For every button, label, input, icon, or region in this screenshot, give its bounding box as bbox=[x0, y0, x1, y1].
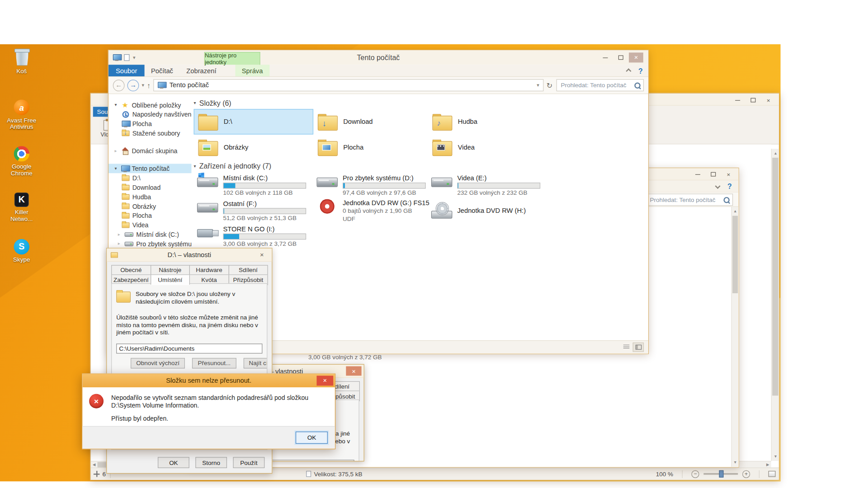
drive-tile-i[interactable]: STORE N GO (I:) 3,00 GB volných z 3,72 G… bbox=[194, 223, 313, 248]
dialog-titlebar[interactable]: Složku sem nelze přesunout. × bbox=[82, 374, 335, 387]
ribbon-expand-icon[interactable] bbox=[715, 183, 721, 189]
scroll-down-icon[interactable]: ▼ bbox=[772, 453, 779, 460]
desktop-icon-chrome[interactable]: Google Chrome bbox=[3, 146, 40, 176]
minimize-button[interactable] bbox=[730, 95, 745, 105]
find-target-button[interactable]: Najít cíl... bbox=[243, 358, 267, 368]
help-icon[interactable]: ? bbox=[727, 182, 732, 190]
vertical-scrollbar[interactable]: ▲ ▼ bbox=[731, 207, 739, 467]
scroll-right-icon[interactable]: ▶ bbox=[764, 461, 771, 468]
tab-pocitac[interactable]: Počítač bbox=[144, 65, 179, 76]
sidebar-item-download[interactable]: Download bbox=[108, 183, 192, 192]
expander-icon[interactable]: ▾ bbox=[113, 103, 118, 108]
forward-button[interactable]: → bbox=[127, 80, 139, 91]
sidebar-item-pictures[interactable]: Obrázky bbox=[108, 202, 192, 211]
zoom-slider-thumb[interactable] bbox=[719, 470, 724, 478]
desktop-icon-recycle-bin[interactable]: Koš bbox=[3, 47, 40, 74]
fit-to-window-icon[interactable] bbox=[769, 471, 776, 477]
search-box[interactable] bbox=[646, 193, 733, 206]
breadcrumb[interactable]: Tento počítač ▾ bbox=[153, 79, 543, 91]
vertical-scrollbar[interactable]: ▲ ▼ bbox=[771, 149, 779, 461]
qat-properties-icon[interactable] bbox=[124, 54, 129, 61]
tab-soubor[interactable]: Soubor bbox=[108, 65, 144, 76]
thumbnail-view-button[interactable] bbox=[633, 343, 644, 352]
history-dropdown-icon[interactable]: ▾ bbox=[142, 82, 144, 88]
drive-tile-c[interactable]: Místní disk (C:) 102 GB volných z 118 GB bbox=[194, 172, 313, 197]
scroll-up-icon[interactable]: ▲ bbox=[772, 150, 779, 157]
desktop-icon-skype[interactable]: S Skype bbox=[3, 239, 40, 263]
folder-tile-videos[interactable]: Videa bbox=[428, 135, 542, 160]
sidebar-item-desktop[interactable]: Plocha bbox=[108, 119, 192, 128]
expander-icon[interactable]: ▸ bbox=[116, 241, 122, 246]
scrollbar-thumb[interactable] bbox=[732, 216, 738, 293]
sidebar-item-recent[interactable]: Naposledy navštívené bbox=[108, 109, 192, 119]
expander-icon[interactable]: ▸ bbox=[116, 232, 122, 237]
sidebar-item-favorites[interactable]: ▾ ★ Oblíbené položky bbox=[108, 100, 192, 110]
tab-obecne[interactable]: Obecné bbox=[111, 265, 151, 275]
details-view-button[interactable] bbox=[621, 343, 632, 352]
close-icon[interactable]: × bbox=[316, 375, 333, 385]
tab-sdileni[interactable]: Sdílení bbox=[228, 265, 268, 275]
drive-tile-g[interactable]: Jednotka DVD RW (G:) FS15 0 bajtů volnýc… bbox=[313, 197, 428, 223]
back-button[interactable]: ← bbox=[113, 80, 125, 91]
drive-tile-e[interactable]: Videa (E:) 232 GB volných z 232 GB bbox=[428, 172, 542, 197]
tab-sprava[interactable]: Správa bbox=[235, 65, 269, 76]
expander-icon[interactable]: ▾ bbox=[113, 166, 118, 171]
zoom-slider[interactable] bbox=[703, 473, 738, 475]
folder-tile-desktop[interactable]: Plocha bbox=[313, 135, 428, 160]
folder-tile-music[interactable]: ♪ Hudba bbox=[428, 109, 542, 134]
folder-tile-pictures[interactable]: Obrázky bbox=[194, 135, 313, 160]
scroll-left-icon[interactable]: ◀ bbox=[91, 461, 98, 468]
window-titlebar[interactable]: ▾ Tento počítač Nástroje pro jednotky × bbox=[108, 50, 648, 65]
up-button[interactable]: ↑ bbox=[147, 81, 151, 89]
desktop-icon-avast[interactable]: a Avast Free Antivirus bbox=[3, 99, 40, 130]
folder-tile-download[interactable]: ↓ Download bbox=[313, 109, 428, 134]
close-button[interactable]: × bbox=[761, 95, 776, 105]
cancel-button[interactable]: Storno bbox=[195, 457, 227, 468]
minimize-button[interactable] bbox=[598, 52, 612, 62]
close-button[interactable]: × bbox=[722, 169, 736, 179]
help-icon[interactable]: ? bbox=[638, 67, 643, 75]
sidebar-item-this-pc[interactable]: ▾ Tento počítač bbox=[108, 164, 192, 173]
sidebar-item-d-drive[interactable]: D:\ bbox=[108, 173, 192, 183]
ribbon-collapse-icon[interactable] bbox=[626, 68, 631, 74]
search-input[interactable] bbox=[557, 80, 643, 90]
maximize-button[interactable] bbox=[613, 52, 628, 62]
close-icon[interactable]: × bbox=[254, 250, 269, 259]
search-input[interactable] bbox=[646, 194, 732, 205]
zoom-out-button[interactable]: − bbox=[691, 470, 699, 478]
dialog-titlebar[interactable]: D:\ – vlastnosti × bbox=[107, 249, 272, 262]
sidebar-item-videos[interactable]: Videa bbox=[108, 220, 192, 230]
restore-default-button[interactable]: Obnovit výchozí bbox=[131, 358, 185, 368]
tab-hardware[interactable]: Hardware bbox=[189, 265, 229, 275]
tab-zobrazeni[interactable]: Zobrazení bbox=[180, 65, 223, 76]
refresh-icon[interactable]: ↻ bbox=[547, 81, 552, 89]
sidebar-item-homegroup[interactable]: ▸ Domácí skupina bbox=[108, 146, 192, 155]
desktop-icon-killer[interactable]: K Killer Netwo... bbox=[3, 192, 40, 222]
sidebar-item-music[interactable]: Hudba bbox=[108, 192, 192, 202]
scrollbar-thumb[interactable] bbox=[772, 158, 778, 396]
qat-dropdown-icon[interactable]: ▾ bbox=[133, 55, 136, 60]
maximize-button[interactable] bbox=[745, 95, 760, 105]
group-header-devices[interactable]: ▾ Zařízení a jednotky (7) bbox=[194, 160, 648, 172]
tab-nastroje[interactable]: Nástroje bbox=[150, 265, 190, 275]
close-icon[interactable]: × bbox=[346, 366, 361, 376]
search-box[interactable] bbox=[557, 79, 644, 91]
group-collapse-icon[interactable]: ▾ bbox=[194, 100, 196, 105]
close-button[interactable]: × bbox=[629, 52, 643, 62]
group-collapse-icon[interactable]: ▾ bbox=[194, 164, 196, 169]
location-path-input[interactable] bbox=[116, 343, 262, 353]
qat-computer-icon[interactable] bbox=[113, 54, 121, 61]
tab-umisteni[interactable]: Umístění bbox=[150, 275, 190, 285]
drive-tile-f[interactable]: Ostatní (F:) 51,2 GB volných z 51,3 GB bbox=[194, 197, 313, 223]
sidebar-item-system-rest[interactable]: ▸ Pro zbytek systému bbox=[108, 239, 192, 249]
apply-button[interactable]: Použít bbox=[233, 457, 265, 468]
drive-tile-d[interactable]: Pro zbytek systému (D:) 97,4 GB volných … bbox=[313, 172, 428, 197]
sidebar-item-desktop-folder[interactable]: Plocha bbox=[108, 211, 192, 221]
zoom-in-button[interactable]: + bbox=[742, 470, 750, 478]
move-button[interactable]: Přesunout... bbox=[192, 358, 236, 368]
sidebar-item-c-drive[interactable]: ▸ Místní disk (C:) bbox=[108, 230, 192, 239]
maximize-button[interactable] bbox=[706, 169, 720, 179]
breadcrumb-dropdown-icon[interactable]: ▾ bbox=[537, 82, 539, 88]
folder-tile-d-drive[interactable]: D:\ bbox=[194, 109, 313, 134]
expander-icon[interactable]: ▸ bbox=[113, 148, 118, 153]
